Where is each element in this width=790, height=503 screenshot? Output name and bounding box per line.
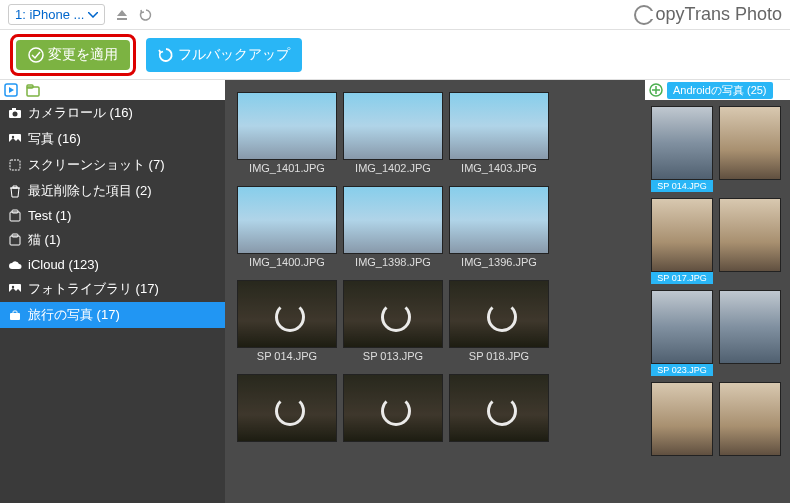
sidebar-item-label: 最近削除した項目 (2) (28, 182, 152, 200)
thumbnail-image (651, 106, 713, 180)
svg-point-0 (29, 48, 43, 62)
thumbnail-label: SP 018.JPG (449, 348, 549, 368)
sidebar-item[interactable]: 旅行の写真 (17) (0, 302, 225, 328)
svg-point-15 (12, 286, 14, 288)
play-tab-icon[interactable] (4, 83, 18, 97)
thumbnail-image (343, 186, 443, 254)
thumbnail[interactable]: SP 018.JPG (449, 280, 549, 368)
sidebar-item[interactable]: カメラロール (16) (0, 100, 225, 126)
thumbnail[interactable]: IMG_1402.JPG (343, 92, 443, 180)
center-panel: IMG_1401.JPGIMG_1402.JPGIMG_1403.JPGIMG_… (225, 80, 645, 503)
svg-point-8 (12, 136, 14, 138)
thumbnail-image (449, 92, 549, 160)
check-circle-icon (28, 47, 44, 63)
thumbnail-label: SP 023.JPG (651, 364, 713, 376)
sidebar-item-label: 猫 (1) (28, 231, 61, 249)
thumbnail-label: IMG_1402.JPG (343, 160, 443, 180)
thumbnail-image (449, 374, 549, 442)
sidebar-item-label: iCloud (123) (28, 257, 99, 272)
album-icon (8, 233, 22, 247)
app-title: opyTrans Photo (634, 4, 782, 25)
screenshot-icon (8, 158, 22, 172)
app-logo-icon (634, 5, 654, 25)
right-thumbnail[interactable] (719, 106, 781, 192)
thumbnail[interactable]: IMG_1398.JPG (343, 186, 443, 274)
folder-tab-icon[interactable] (26, 83, 40, 97)
thumbnail-image (449, 186, 549, 254)
sidebar-item[interactable]: 猫 (1) (0, 227, 225, 253)
thumbnail-image (237, 374, 337, 442)
right-thumbnail[interactable]: SP 023.JPG (651, 290, 713, 376)
thumbnail-image (237, 92, 337, 160)
thumbnail-label: IMG_1400.JPG (237, 254, 337, 274)
sidebar: カメラロール (16)写真 (16)スクリーンショット (7)最近削除した項目 … (0, 80, 225, 503)
svg-rect-6 (12, 108, 16, 111)
device-selector[interactable]: 1: iPhone ... (8, 4, 105, 25)
thumbnail[interactable]: SP 013.JPG (343, 280, 443, 368)
thumbnail-image (449, 280, 549, 348)
apply-highlight: 変更を適用 (10, 34, 136, 76)
thumbnail[interactable]: IMG_1401.JPG (237, 92, 337, 180)
thumbnail-image (719, 290, 781, 364)
sidebar-item[interactable]: iCloud (123) (0, 253, 225, 276)
travel-icon (8, 308, 22, 322)
svg-point-5 (13, 112, 18, 117)
thumbnail-image (343, 280, 443, 348)
thumbnail-label (343, 442, 443, 450)
eject-icon[interactable] (115, 8, 129, 22)
thumbnail-image (719, 382, 781, 456)
photo-icon (8, 132, 22, 146)
thumbnail-image (651, 198, 713, 272)
photo-icon (8, 282, 22, 296)
thumbnail[interactable]: IMG_1400.JPG (237, 186, 337, 274)
thumbnail[interactable]: IMG_1396.JPG (449, 186, 549, 274)
thumbnail[interactable] (237, 374, 337, 450)
thumbnail-label: SP 014.JPG (651, 180, 713, 192)
add-icon[interactable] (649, 83, 663, 97)
thumbnail[interactable] (343, 374, 443, 450)
thumbnail-image (237, 280, 337, 348)
sidebar-item[interactable]: 写真 (16) (0, 126, 225, 152)
thumbnail-label: IMG_1403.JPG (449, 160, 549, 180)
right-thumbnail[interactable] (719, 382, 781, 456)
thumbnail-label: SP 017.JPG (651, 272, 713, 284)
thumbnail[interactable] (449, 374, 549, 450)
backup-icon (158, 47, 174, 63)
right-thumbnail[interactable]: SP 014.JPG (651, 106, 713, 192)
right-thumbnail[interactable] (719, 290, 781, 376)
refresh-icon[interactable] (139, 8, 153, 22)
svg-rect-9 (10, 160, 20, 170)
thumbnail-image (343, 374, 443, 442)
device-label: 1: iPhone ... (15, 7, 84, 22)
sidebar-item-label: カメラロール (16) (28, 104, 133, 122)
sidebar-item-label: 写真 (16) (28, 130, 81, 148)
sidebar-tabs (0, 80, 225, 100)
thumbnail-label: SP 013.JPG (343, 348, 443, 368)
full-backup-button[interactable]: フルバックアップ (146, 38, 302, 72)
right-panel-title[interactable]: Androidの写真 (25) (667, 82, 773, 99)
thumbnail-label: IMG_1398.JPG (343, 254, 443, 274)
thumbnail-image (719, 198, 781, 272)
apply-changes-button[interactable]: 変更を適用 (16, 40, 130, 70)
thumbnail-image (651, 290, 713, 364)
thumbnail-label (237, 442, 337, 450)
right-thumbnail[interactable] (719, 198, 781, 284)
right-panel: Androidの写真 (25) SP 014.JPGSP 017.JPGSP 0… (645, 80, 790, 503)
sidebar-item[interactable]: スクリーンショット (7) (0, 152, 225, 178)
right-thumbnail[interactable]: SP 017.JPG (651, 198, 713, 284)
thumbnail-label (449, 442, 549, 450)
sidebar-item[interactable]: フォトライブラリ (17) (0, 276, 225, 302)
thumbnail-label: IMG_1396.JPG (449, 254, 549, 274)
thumbnail-image (343, 92, 443, 160)
album-icon (8, 209, 22, 223)
chevron-down-icon (88, 12, 98, 18)
thumbnail[interactable]: SP 014.JPG (237, 280, 337, 368)
sidebar-item[interactable]: Test (1) (0, 204, 225, 227)
right-thumbnail[interactable] (651, 382, 713, 456)
thumbnail-image (237, 186, 337, 254)
thumbnail-image (719, 106, 781, 180)
trash-icon (8, 184, 22, 198)
thumbnail[interactable]: IMG_1403.JPG (449, 92, 549, 180)
thumbnail-label: IMG_1401.JPG (237, 160, 337, 180)
sidebar-item[interactable]: 最近削除した項目 (2) (0, 178, 225, 204)
